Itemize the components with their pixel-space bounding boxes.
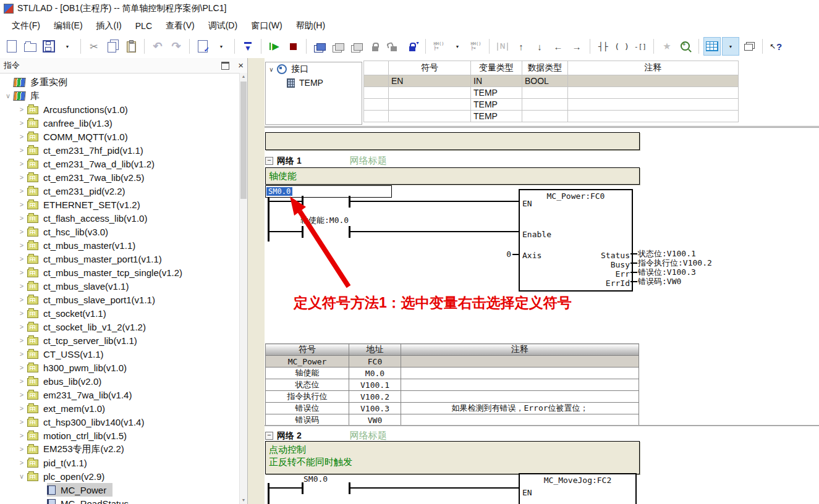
row-selector[interactable] [364,75,389,87]
variable-cell[interactable]: TEMP [471,87,522,99]
variable-row[interactable]: TEMP [364,87,739,99]
chevron-icon[interactable]: > [16,146,27,154]
data-block-button[interactable] [330,38,346,55]
symbol-cell[interactable]: MC_Power [266,356,349,368]
menu-item[interactable]: 查看(V) [159,18,202,34]
row-selector[interactable] [364,87,389,99]
interface-root-row[interactable]: ∨ 接口 [266,62,362,76]
tree-item[interactable]: >ct_mbus_slave_port1(v1.1) [0,293,240,306]
row-selector[interactable] [364,99,389,111]
undo-button[interactable]: ↶ [150,38,166,55]
symbol-cell[interactable]: V100.3 [349,403,401,414]
collapse-network-icon[interactable] [265,157,273,165]
symbol-cell[interactable] [401,379,639,391]
chevron-icon[interactable]: > [16,337,27,344]
tree-item[interactable]: ∨plc_open(v2.9) [0,469,240,483]
chevron-icon[interactable]: > [16,432,27,439]
box-button[interactable]: -[] [632,38,648,55]
variable-cell[interactable] [522,87,568,99]
symbol-row[interactable]: 指令执行位V100.2 [266,391,639,403]
chevron-icon[interactable]: > [16,459,27,466]
cascade-windows-button[interactable] [741,38,757,55]
tree-item[interactable]: >ct_hsp300_libv140(v1.4) [0,415,240,429]
sidebar-scrollbar[interactable]: ▲ ▼ [239,73,247,504]
chevron-icon[interactable]: > [16,350,27,358]
tree-item[interactable]: >CT_USS(v1.1) [0,347,240,361]
tree-item[interactable]: >ct_em231_7hf_pid(v1.1) [0,143,240,157]
tree-item[interactable]: >ct_mbus_master_tcp_single(v1.2) [0,266,240,279]
chevron-icon[interactable]: > [16,174,27,181]
interface-temp-row[interactable]: TEMP [266,76,362,90]
chevron-icon[interactable]: > [16,242,27,249]
chevron-icon[interactable]: > [16,282,27,290]
insert-network-dropdown[interactable]: ▼ [449,38,465,55]
symbol-cell[interactable]: 如果检测到有错误，Error位被置位； [401,403,639,414]
tree-item[interactable]: MC_ReadStatus [0,497,240,504]
tree-item[interactable]: >pid_t(v1.1) [0,456,240,469]
save-button[interactable] [41,38,57,55]
pin-err[interactable]: Err [616,269,630,279]
variable-cell[interactable] [568,87,739,99]
menu-item[interactable]: 帮助(H) [289,18,332,34]
tree-item[interactable]: MC_Power [0,483,240,497]
chevron-icon[interactable]: > [16,377,27,385]
chevron-icon[interactable]: > [16,445,27,453]
chevron-icon[interactable]: > [16,201,27,208]
scroll-down-icon[interactable]: ▼ [240,497,247,504]
chevron-icon[interactable]: > [16,418,27,426]
pin-en[interactable]: EN [522,199,532,208]
variable-cell[interactable]: IN [471,75,522,87]
chevron-icon[interactable]: > [16,255,27,262]
open-file-button[interactable] [22,38,38,55]
pin-en[interactable]: EN [522,488,532,497]
tree-item[interactable]: >canfree_lib(v1.3) [0,116,240,130]
chevron-icon[interactable]: > [16,391,27,398]
symbol-cell[interactable] [401,368,639,379]
symbol-cell[interactable]: FC0 [349,356,401,368]
pin-enable[interactable]: Enable [522,230,551,239]
tree-item[interactable]: >ct_em231_7wa_lib(v2.5) [0,170,240,184]
tree-item[interactable]: >ETHERNET_SET(v1.2) [0,198,240,211]
copy-button[interactable] [104,38,121,55]
mc-movejog-block[interactable]: MC_MoveJog:FC2 EN [519,473,637,504]
pin-busy[interactable]: Busy [611,260,630,269]
variable-cell[interactable] [389,99,471,111]
system-block-button[interactable] [312,38,328,55]
unlock-button[interactable] [386,38,402,55]
variable-cell[interactable]: TEMP [471,99,522,111]
tree-item[interactable]: ∨库 [0,89,240,103]
wire-right-button[interactable]: → [569,38,585,55]
menu-item[interactable]: 窗口(W) [244,18,289,34]
run-button[interactable]: ▶ [266,38,282,55]
new-file-button[interactable] [4,38,20,55]
variable-cell[interactable] [568,99,739,111]
lock-button[interactable] [367,38,383,55]
tree-item[interactable]: >ct_hsc_lib(v3.0) [0,225,240,238]
symbol-cell[interactable]: 错误位 [266,403,349,414]
tree-item[interactable]: >COMM_MQTT(v1.0) [0,130,240,143]
menu-item[interactable]: 文件(F) [5,18,47,34]
axis-constant[interactable]: 0 [500,250,511,259]
menu-item[interactable]: PLC [129,19,159,33]
symbol-cell[interactable]: 状态位 [266,379,349,391]
tree-item[interactable]: >motion_ctrl_lib(v1.5) [0,429,240,442]
chevron-icon[interactable]: > [16,119,27,127]
pin-axis[interactable]: Axis [522,251,541,260]
move-up-button[interactable]: ↑ [513,38,529,55]
view-table-button[interactable] [704,38,720,55]
paste-button[interactable] [123,38,139,55]
menu-item[interactable]: 编辑(E) [47,18,90,34]
program-comment-box[interactable] [265,132,640,150]
favorites-button[interactable]: ★ [659,38,675,55]
tree-item[interactable]: >ct_mbus_slave(v1.1) [0,279,240,293]
variable-cell[interactable] [568,75,739,87]
chevron-icon[interactable]: > [16,296,27,303]
menu-item[interactable]: 插入(I) [90,18,129,34]
tree-item[interactable]: >h300_pwm_lib(v1.0) [0,361,240,374]
tree-item[interactable]: >ct_mbus_master(v1.1) [0,238,240,252]
symbol-cell[interactable] [401,391,639,403]
chevron-icon[interactable]: > [16,187,27,195]
variable-cell[interactable] [522,99,568,111]
chevron-icon[interactable]: ∨ [16,472,27,481]
network1-title-placeholder[interactable]: 网络标题 [350,155,387,167]
